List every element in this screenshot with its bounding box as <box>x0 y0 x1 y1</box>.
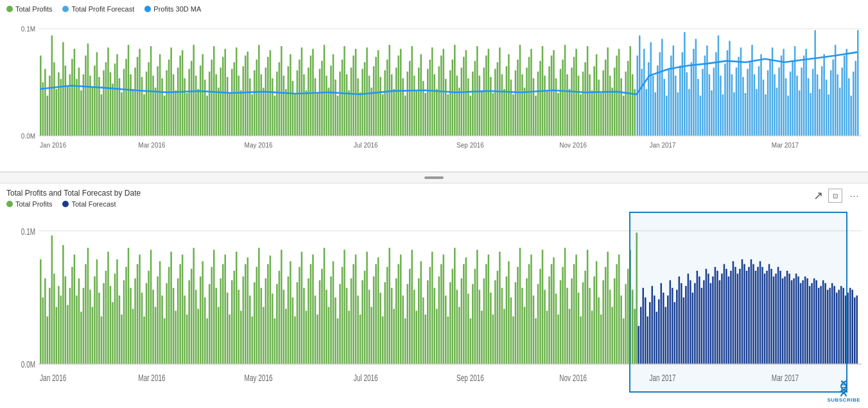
legend-dot-ma <box>144 6 151 12</box>
svg-rect-231 <box>551 56 553 136</box>
svg-rect-190 <box>458 88 460 136</box>
svg-rect-665 <box>681 283 682 364</box>
svg-rect-332 <box>778 67 780 135</box>
svg-rect-657 <box>663 293 664 364</box>
legend-dot-bottom-forecast <box>62 201 69 207</box>
svg-rect-491 <box>288 276 290 364</box>
svg-rect-97 <box>249 78 251 136</box>
svg-rect-621 <box>580 316 582 364</box>
svg-rect-251 <box>596 54 598 135</box>
svg-rect-655 <box>658 300 660 364</box>
svg-rect-649 <box>645 298 647 364</box>
svg-text:Jan 2016: Jan 2016 <box>40 373 66 383</box>
main-container: Total Profits Total Profit Forecast Prof… <box>0 0 868 408</box>
svg-rect-651 <box>649 302 651 364</box>
svg-rect-535 <box>386 267 388 364</box>
svg-rect-545 <box>409 269 411 364</box>
legend-profit-forecast: Total Profit Forecast <box>62 5 134 13</box>
svg-rect-475 <box>252 316 254 364</box>
svg-text:Mar 2017: Mar 2017 <box>772 373 799 383</box>
svg-rect-648 <box>642 288 644 364</box>
svg-rect-244 <box>580 94 582 136</box>
svg-rect-673 <box>699 276 700 364</box>
svg-rect-582 <box>492 314 494 364</box>
svg-rect-501 <box>310 264 312 364</box>
svg-rect-722 <box>809 286 811 364</box>
svg-rect-110 <box>279 62 281 136</box>
svg-rect-93 <box>240 90 242 136</box>
svg-rect-557 <box>436 309 438 364</box>
svg-text:0.1M: 0.1M <box>21 226 35 237</box>
svg-rect-96 <box>247 51 249 135</box>
subscribe-button[interactable]: SUBSCRIBE <box>827 378 860 403</box>
svg-rect-306 <box>720 76 722 136</box>
svg-rect-148 <box>364 62 366 136</box>
svg-rect-239 <box>569 89 571 136</box>
svg-rect-442 <box>177 278 179 364</box>
svg-rect-551 <box>422 298 424 364</box>
svg-rect-716 <box>795 273 797 364</box>
svg-rect-357 <box>835 45 837 136</box>
top-chart: Total Profits Total Profit Forecast Prof… <box>0 0 868 172</box>
svg-rect-137 <box>339 72 341 136</box>
svg-rect-615 <box>566 288 568 364</box>
svg-rect-166 <box>404 96 406 136</box>
svg-rect-428 <box>146 283 148 364</box>
svg-rect-483 <box>270 255 272 364</box>
svg-rect-170 <box>413 76 415 136</box>
svg-rect-164 <box>400 49 402 136</box>
svg-rect-91 <box>236 47 238 136</box>
svg-rect-664 <box>679 276 681 364</box>
svg-rect-76 <box>202 54 204 135</box>
svg-rect-703 <box>766 271 768 364</box>
svg-rect-145 <box>357 78 359 136</box>
svg-rect-52 <box>148 62 150 136</box>
svg-rect-54 <box>152 76 154 136</box>
svg-rect-511 <box>333 261 334 364</box>
svg-rect-20 <box>76 79 78 136</box>
svg-rect-140 <box>346 74 348 136</box>
svg-rect-217 <box>519 45 521 136</box>
svg-rect-399 <box>80 312 82 364</box>
svg-text:Mar 2016: Mar 2016 <box>138 373 165 383</box>
svg-rect-30 <box>98 77 100 136</box>
expand-button[interactable]: ⊡ <box>828 189 842 203</box>
svg-text:Nov 2016: Nov 2016 <box>559 142 587 149</box>
svg-rect-165 <box>402 78 404 136</box>
svg-rect-529 <box>373 276 375 364</box>
svg-rect-502 <box>312 255 314 364</box>
svg-rect-705 <box>770 269 772 364</box>
svg-rect-243 <box>578 76 580 136</box>
svg-rect-171 <box>415 90 417 136</box>
svg-rect-229 <box>546 90 548 136</box>
svg-rect-142 <box>351 67 352 135</box>
svg-rect-386 <box>51 235 53 364</box>
svg-rect-66 <box>179 56 181 136</box>
svg-rect-396 <box>74 255 76 364</box>
svg-rect-610 <box>555 294 557 364</box>
svg-rect-151 <box>370 88 372 136</box>
svg-rect-469 <box>238 290 240 364</box>
svg-rect-740 <box>849 288 851 364</box>
svg-rect-692 <box>742 259 743 364</box>
svg-rect-694 <box>746 271 748 364</box>
svg-rect-391 <box>62 245 64 364</box>
svg-rect-339 <box>794 46 796 136</box>
divider-handle <box>424 176 444 179</box>
svg-rect-681 <box>716 271 718 364</box>
more-options-button[interactable]: ··· <box>847 189 862 203</box>
chart-divider[interactable] <box>0 172 868 183</box>
svg-rect-724 <box>813 278 815 364</box>
svg-rect-720 <box>804 276 806 364</box>
svg-rect-523 <box>360 314 361 364</box>
svg-rect-662 <box>674 302 676 364</box>
svg-rect-589 <box>508 261 510 364</box>
svg-rect-78 <box>206 96 208 136</box>
svg-rect-102 <box>261 74 263 136</box>
svg-rect-383 <box>44 278 46 364</box>
svg-rect-451 <box>197 309 199 364</box>
svg-rect-743 <box>856 296 858 364</box>
svg-rect-235 <box>560 69 562 135</box>
svg-rect-230 <box>548 66 550 135</box>
svg-rect-349 <box>817 74 819 136</box>
